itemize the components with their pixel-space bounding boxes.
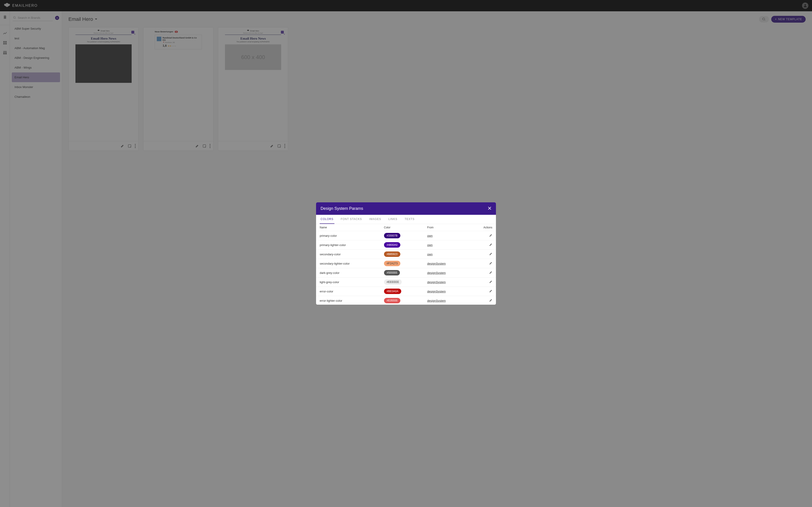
color-chip: #BE0A0A bbox=[384, 289, 401, 294]
modal-tab[interactable]: FONT STACKS bbox=[340, 215, 363, 224]
table-row: dark-grey-color#555555designSystem bbox=[316, 268, 496, 278]
col-from: From bbox=[424, 224, 468, 231]
from-link[interactable]: designSystem bbox=[427, 280, 446, 284]
from-link[interactable]: own bbox=[427, 234, 433, 237]
from-link[interactable]: own bbox=[427, 252, 433, 256]
from-link[interactable]: designSystem bbox=[427, 290, 446, 293]
table-row: primary-color#33007Bown bbox=[316, 231, 496, 240]
row-name: error-lighter-color bbox=[316, 296, 380, 305]
color-chip: #F2A273 bbox=[384, 261, 401, 266]
color-chip: #4800A0 bbox=[384, 242, 400, 247]
col-name: Name bbox=[316, 224, 380, 231]
color-chip: #33007B bbox=[384, 233, 400, 238]
edit-icon[interactable] bbox=[489, 262, 492, 265]
table-row: light-grey-color#EEEEEEdesignSystem bbox=[316, 278, 496, 287]
modal-header: Design System Params bbox=[316, 202, 496, 215]
table-row: error-color#BE0A0AdesignSystem bbox=[316, 287, 496, 296]
edit-icon[interactable] bbox=[489, 252, 492, 256]
table-row: error-lighter-color#E05555designSystem bbox=[316, 296, 496, 305]
color-chip: #555555 bbox=[384, 270, 400, 275]
from-link[interactable]: designSystem bbox=[427, 262, 446, 265]
modal-tab[interactable]: TEXTS bbox=[404, 215, 415, 224]
color-chip: #B65923 bbox=[384, 251, 400, 257]
color-chip: #EEEEEE bbox=[384, 279, 402, 285]
table-row: primary-lighter-color#4800A0own bbox=[316, 240, 496, 250]
modal-overlay[interactable]: Design System Params COLORSFONT STACKSIM… bbox=[0, 0, 812, 507]
row-name: dark-grey-color bbox=[316, 268, 380, 278]
modal-tab[interactable]: LINKS bbox=[388, 215, 398, 224]
edit-icon[interactable] bbox=[489, 243, 492, 246]
modal-tab[interactable]: IMAGES bbox=[368, 215, 382, 224]
edit-icon[interactable] bbox=[489, 299, 492, 302]
edit-icon[interactable] bbox=[489, 280, 492, 283]
row-name: primary-color bbox=[316, 231, 380, 240]
from-link[interactable]: designSystem bbox=[427, 299, 446, 302]
modal-tab[interactable]: COLORS bbox=[320, 215, 335, 224]
row-name: secondary-color bbox=[316, 250, 380, 259]
row-name: secondary-lighter-color bbox=[316, 259, 380, 268]
edit-icon[interactable] bbox=[489, 289, 492, 293]
close-button[interactable] bbox=[488, 206, 492, 211]
table-row: secondary-color#B65923own bbox=[316, 250, 496, 259]
from-link[interactable]: designSystem bbox=[427, 271, 446, 275]
edit-icon[interactable] bbox=[489, 271, 492, 274]
color-chip: #E05555 bbox=[384, 298, 400, 303]
table-row: secondary-lighter-color#F2A273designSyst… bbox=[316, 259, 496, 268]
modal-title: Design System Params bbox=[320, 206, 363, 211]
row-name: error-color bbox=[316, 287, 380, 296]
modal-tabs: COLORSFONT STACKSIMAGESLINKSTEXTS bbox=[316, 215, 496, 224]
col-actions: Actions bbox=[468, 224, 496, 231]
edit-icon[interactable] bbox=[489, 234, 492, 237]
row-name: light-grey-color bbox=[316, 278, 380, 287]
col-color: Color bbox=[380, 224, 424, 231]
close-icon bbox=[488, 207, 492, 210]
colors-table: Name Color From Actions primary-color#33… bbox=[316, 224, 496, 305]
from-link[interactable]: own bbox=[427, 243, 433, 247]
modal: Design System Params COLORSFONT STACKSIM… bbox=[316, 202, 496, 305]
row-name: primary-lighter-color bbox=[316, 240, 380, 250]
